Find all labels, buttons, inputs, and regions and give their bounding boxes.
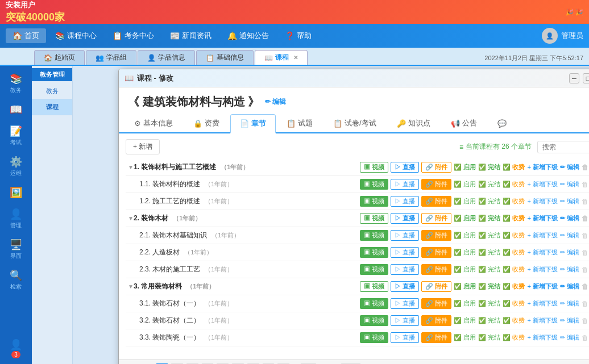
- btn-add-sub[interactable]: + 新增下级: [527, 163, 557, 171]
- btn-attach[interactable]: 🔗 附件: [421, 162, 451, 173]
- sidebar-item-ui[interactable]: 🖥️ 界面: [0, 234, 32, 265]
- btn-enable[interactable]: ✅ 启用: [454, 248, 476, 257]
- btn-attach-filled[interactable]: 🔗 附件: [421, 315, 451, 326]
- tab-course[interactable]: 📖 课程 ✕: [255, 50, 308, 65]
- btn-attach[interactable]: 🔗 附件: [421, 281, 451, 292]
- btn-complete[interactable]: ✅ 完结: [478, 265, 500, 274]
- btn-live[interactable]: ▷ 直播: [391, 162, 419, 173]
- btn-live[interactable]: ▷ 直播: [391, 264, 419, 275]
- btn-live[interactable]: ▷ 直播: [391, 196, 419, 207]
- btn-enable[interactable]: ✅ 启用: [454, 197, 476, 206]
- btn-attach-filled[interactable]: 🔗 附件: [421, 298, 451, 309]
- btn-video-filled[interactable]: ▣ 视频: [360, 315, 388, 326]
- btn-add-sub[interactable]: + 新增下级: [527, 231, 557, 240]
- chevron-icon[interactable]: ▼: [128, 164, 134, 170]
- btn-enable[interactable]: ✅ 启用: [454, 180, 476, 189]
- btn-attach-filled[interactable]: 🔗 附件: [421, 264, 451, 275]
- btn-paid[interactable]: ✅ 收费: [503, 316, 525, 325]
- tab-fee[interactable]: 🔒 资费: [184, 114, 229, 132]
- btn-attach-filled[interactable]: 🔗 附件: [421, 247, 451, 258]
- btn-live[interactable]: ▷ 直播: [391, 230, 419, 241]
- btn-edit[interactable]: ✏ 编辑: [560, 214, 579, 223]
- btn-live[interactable]: ▷ 直播: [391, 213, 419, 224]
- btn-complete[interactable]: ✅ 完结: [478, 282, 500, 291]
- sidebar-item-book[interactable]: 📖: [0, 99, 32, 120]
- btn-add-sub[interactable]: + 新增下级: [527, 316, 557, 325]
- nav-home[interactable]: 🏠 首页: [6, 28, 46, 43]
- btn-attach-filled[interactable]: 🔗 附件: [421, 196, 451, 207]
- btn-attach-filled[interactable]: 🔗 附件: [421, 332, 451, 343]
- btn-complete[interactable]: ✅ 完结: [478, 316, 500, 325]
- btn-complete[interactable]: ✅ 完结: [478, 231, 500, 240]
- btn-attach-filled[interactable]: 🔗 附件: [421, 179, 451, 190]
- btn-live[interactable]: ▷ 直播: [391, 298, 419, 309]
- tab-chapter[interactable]: 📄 章节: [230, 114, 276, 133]
- btn-edit[interactable]: ✏ 编辑: [560, 316, 579, 325]
- btn-video-filled[interactable]: ▣ 视频: [360, 196, 388, 207]
- chevron-icon[interactable]: ▼: [128, 215, 134, 221]
- tab-start[interactable]: 🏠 起始页: [34, 50, 85, 65]
- btn-video-filled[interactable]: ▣ 视频: [360, 298, 388, 309]
- btn-enable[interactable]: ✅ 启用: [454, 316, 476, 325]
- btn-complete[interactable]: ✅ 完结: [478, 333, 500, 342]
- btn-enable[interactable]: ✅ 启用: [454, 282, 476, 291]
- btn-edit[interactable]: ✏ 编辑: [560, 197, 579, 206]
- btn-paid[interactable]: ✅ 收费: [503, 231, 525, 240]
- btn-paid[interactable]: ✅ 收费: [503, 163, 525, 171]
- btn-add-sub[interactable]: + 新增下级: [527, 248, 557, 257]
- btn-video-filled[interactable]: ▣ 视频: [360, 179, 388, 190]
- sidebar-item-search[interactable]: 🔍 检索: [0, 265, 32, 295]
- btn-live[interactable]: ▷ 直播: [391, 332, 419, 343]
- btn-edit[interactable]: ✏ 编辑: [560, 265, 579, 274]
- btn-add-sub[interactable]: + 新增下级: [527, 282, 557, 291]
- btn-enable[interactable]: ✅ 启用: [454, 163, 476, 171]
- btn-paid[interactable]: ✅ 收费: [503, 248, 525, 257]
- btn-add-sub[interactable]: + 新增下级: [527, 180, 557, 189]
- btn-add-sub[interactable]: + 新增下级: [527, 333, 557, 342]
- nav-course[interactable]: 📚 课程中心: [48, 28, 103, 43]
- btn-attach-filled[interactable]: 🔗 附件: [421, 230, 451, 241]
- btn-paid[interactable]: ✅ 收费: [503, 265, 525, 274]
- tab-exams[interactable]: 📋 试卷/考试: [323, 114, 386, 132]
- btn-edit[interactable]: ✏ 编辑: [560, 231, 579, 240]
- btn-complete[interactable]: ✅ 完结: [478, 163, 500, 171]
- btn-edit[interactable]: ✏ 编辑: [560, 282, 579, 291]
- edit-link[interactable]: ✏ 编辑: [265, 97, 286, 107]
- btn-paid[interactable]: ✅ 收费: [503, 214, 525, 223]
- sidebar-item-badge[interactable]: 👤 3: [10, 334, 22, 364]
- nav-user[interactable]: 👤 管理员: [542, 28, 583, 44]
- search-input[interactable]: [542, 143, 589, 151]
- sidebar-item-img[interactable]: 🖼️: [0, 182, 32, 203]
- add-chapter-button[interactable]: + 新增: [126, 139, 160, 154]
- nav-notice[interactable]: 🔔 通知公告: [221, 28, 276, 43]
- btn-video-filled[interactable]: ▣ 视频: [360, 264, 388, 275]
- btn-paid[interactable]: ✅ 收费: [503, 180, 525, 189]
- edu-sidebar-edu[interactable]: 教务: [32, 83, 72, 99]
- btn-add-sub[interactable]: + 新增下级: [527, 197, 557, 206]
- btn-video[interactable]: ▣ 视频: [360, 213, 388, 224]
- btn-add-sub[interactable]: + 新增下级: [527, 214, 557, 223]
- dialog-minimize[interactable]: ─: [569, 73, 579, 83]
- btn-add-sub[interactable]: + 新增下级: [527, 265, 557, 274]
- btn-edit[interactable]: ✏ 编辑: [560, 333, 579, 342]
- nav-exam[interactable]: 📋 考务中心: [106, 28, 161, 43]
- btn-enable[interactable]: ✅ 启用: [454, 231, 476, 240]
- tab-close[interactable]: ✕: [293, 55, 298, 61]
- btn-enable[interactable]: ✅ 启用: [454, 299, 476, 308]
- btn-complete[interactable]: ✅ 完结: [478, 180, 500, 189]
- btn-video[interactable]: ▣ 视频: [360, 281, 388, 292]
- btn-live[interactable]: ▷ 直播: [391, 281, 419, 292]
- btn-edit[interactable]: ✏ 编辑: [560, 299, 579, 308]
- sidebar-item-exam[interactable]: 📝 考试: [0, 120, 32, 151]
- btn-paid[interactable]: ✅ 收费: [503, 197, 525, 206]
- tab-basic[interactable]: 📋 基础信息: [196, 50, 254, 65]
- sidebar-item-edu[interactable]: 📚 教务: [0, 68, 32, 99]
- btn-complete[interactable]: ✅ 完结: [478, 197, 500, 206]
- btn-enable[interactable]: ✅ 启用: [454, 214, 476, 223]
- tab-announce[interactable]: 📢 公告: [441, 114, 487, 132]
- btn-live[interactable]: ▷ 直播: [391, 247, 419, 258]
- sidebar-item-mgmt[interactable]: 👤 管理: [0, 203, 32, 234]
- btn-paid[interactable]: ✅ 收费: [503, 282, 525, 291]
- btn-live[interactable]: ▷ 直播: [391, 315, 419, 326]
- tab-basic-info[interactable]: ⚙ 基本信息: [125, 114, 182, 132]
